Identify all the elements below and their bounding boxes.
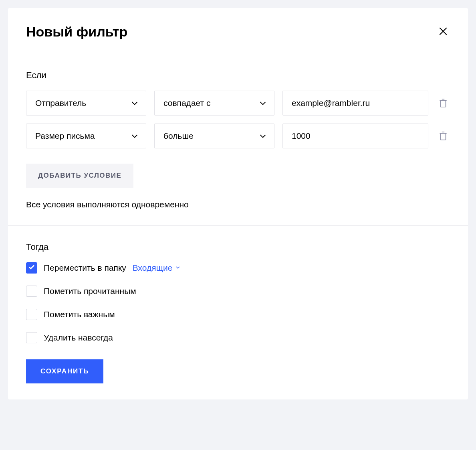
condition-operator-select[interactable]: больше: [154, 124, 274, 148]
if-label: Если: [26, 70, 450, 81]
filter-modal: Новый фильтр Если Отправитель: [8, 8, 468, 399]
trash-icon: [438, 131, 448, 141]
if-section: Если Отправитель совпадает с: [8, 54, 468, 226]
check-icon: [28, 264, 35, 272]
delete-condition-button[interactable]: [436, 129, 450, 143]
svg-rect-3: [441, 134, 446, 140]
condition-value-input[interactable]: [282, 91, 428, 116]
move-to-folder-label: Переместить в папку: [44, 263, 126, 273]
mark-read-checkbox[interactable]: [26, 286, 37, 297]
condition-operator-value: больше: [163, 131, 194, 141]
field-select-wrap: Отправитель: [26, 91, 146, 116]
delete-condition-button[interactable]: [436, 96, 450, 110]
operator-select-wrap: совпадает с: [154, 91, 274, 116]
delete-forever-label: Удалить навсегда: [44, 333, 113, 343]
mark-read-label: Пометить прочитанным: [44, 286, 136, 296]
move-to-folder-checkbox[interactable]: [26, 262, 37, 274]
folder-select[interactable]: Входящие: [133, 263, 182, 273]
field-select-wrap: Размер письма: [26, 124, 146, 148]
close-button[interactable]: [436, 24, 450, 39]
svg-rect-2: [441, 101, 446, 107]
then-section: Тогда Переместить в папку Входящие Помет…: [8, 226, 468, 399]
trash-icon: [438, 98, 448, 108]
delete-forever-checkbox[interactable]: [26, 332, 37, 343]
modal-title: Новый фильтр: [26, 24, 127, 40]
add-condition-button[interactable]: Добавить условие: [26, 164, 133, 188]
close-icon: [438, 32, 448, 38]
folder-select-value: Входящие: [133, 263, 173, 273]
condition-field-value: Отправитель: [35, 98, 86, 108]
mark-important-label: Пометить важным: [44, 310, 115, 319]
condition-row: Размер письма больше: [26, 124, 450, 148]
then-label: Тогда: [26, 242, 450, 252]
condition-field-select[interactable]: Размер письма: [26, 124, 146, 148]
condition-row: Отправитель совпадает с: [26, 91, 450, 116]
condition-operator-value: совпадает с: [163, 98, 211, 108]
mark-important-checkbox[interactable]: [26, 309, 37, 320]
operator-select-wrap: больше: [154, 124, 274, 148]
action-move-to-folder: Переместить в папку Входящие: [26, 262, 450, 274]
modal-header: Новый фильтр: [8, 8, 468, 54]
action-delete-forever: Удалить навсегда: [26, 332, 450, 343]
condition-operator-select[interactable]: совпадает с: [154, 91, 274, 116]
save-button[interactable]: Сохранить: [26, 359, 103, 383]
condition-value-input[interactable]: [282, 124, 428, 148]
conditions-hint: Все условия выполняются одновременно: [26, 200, 450, 209]
chevron-down-icon: [175, 263, 181, 273]
action-mark-read: Пометить прочитанным: [26, 286, 450, 297]
condition-field-select[interactable]: Отправитель: [26, 91, 146, 116]
action-mark-important: Пометить важным: [26, 309, 450, 320]
condition-field-value: Размер письма: [35, 131, 95, 141]
